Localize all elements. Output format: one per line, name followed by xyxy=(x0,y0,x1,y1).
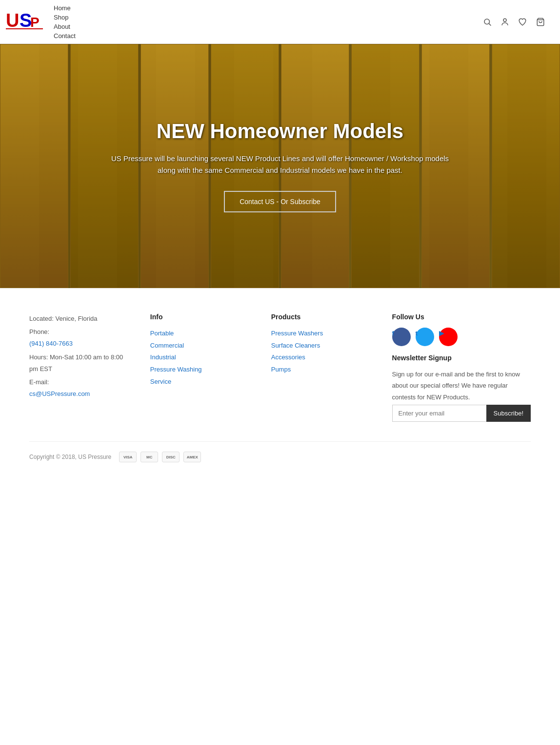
nav-link-about[interactable]: About xyxy=(54,23,76,30)
footer-newsletter-text: Sign up for our e-mail and be the first … xyxy=(392,369,531,403)
social-icons-group: f t ▶ xyxy=(392,328,531,346)
svg-point-4 xyxy=(484,19,490,24)
footer-link-commercial[interactable]: Commercial xyxy=(150,340,252,352)
account-icon[interactable] xyxy=(500,18,509,26)
footer-info-heading: Info xyxy=(150,313,252,321)
footer-link-service[interactable]: Service xyxy=(150,376,252,388)
newsletter-form: Subscribe! xyxy=(392,405,531,422)
hero-cta-button[interactable]: Contact US - Or Subscribe xyxy=(224,191,336,212)
nav-links: Home Shop About Contact xyxy=(54,4,76,40)
footer-link-pumps[interactable]: Pumps xyxy=(271,364,373,376)
footer-link-pressure-washers[interactable]: Pressure Washers xyxy=(271,328,373,340)
nav-icon-group xyxy=(483,18,545,26)
search-icon[interactable] xyxy=(483,18,492,26)
footer-products-heading: Products xyxy=(271,313,373,321)
wishlist-icon[interactable] xyxy=(518,18,527,26)
payment-amex: AMEX xyxy=(183,452,201,462)
youtube-icon[interactable]: ▶ xyxy=(439,328,458,346)
footer-contact-section: Located: Venice, Florida Phone: (941) 84… xyxy=(29,313,131,422)
footer-hours: Hours: Mon-Sat 10:00 am to 8:00 pm EST xyxy=(29,352,131,374)
footer-phone-link[interactable]: (941) 840-7663 xyxy=(29,338,131,350)
footer-bottom: Copyright © 2018, US Pressure VISA MC DI… xyxy=(29,441,531,462)
svg-point-6 xyxy=(503,19,506,21)
footer-follow-heading: Follow Us xyxy=(392,313,531,321)
footer-newsletter-section: Follow Us f t ▶ Newsletter Signup Sign u… xyxy=(392,313,531,422)
svg-text:U: U xyxy=(6,10,19,31)
logo[interactable]: U S P xyxy=(5,7,44,37)
payment-icons-group: VISA MC DISC AMEX xyxy=(119,452,201,462)
newsletter-subscribe-button[interactable]: Subscribe! xyxy=(486,405,531,422)
payment-visa: VISA xyxy=(119,452,137,462)
payment-disc: DISC xyxy=(162,452,180,462)
footer-phone-line: Phone: (941) 840-7663 xyxy=(29,326,131,350)
twitter-icon[interactable]: t xyxy=(416,328,434,346)
footer-copyright: Copyright © 2018, US Pressure xyxy=(29,454,111,460)
facebook-icon[interactable]: f xyxy=(392,328,411,346)
nav-link-contact[interactable]: Contact xyxy=(54,32,76,40)
payment-mc: MC xyxy=(140,452,158,462)
hero-content: NEW Homeowner Models US Pressure will be… xyxy=(85,120,475,212)
nav-link-home[interactable]: Home xyxy=(54,4,76,12)
hero-title: NEW Homeowner Models xyxy=(104,120,456,143)
footer-link-pressure-washing[interactable]: Pressure Washing xyxy=(150,364,252,376)
footer-link-industrial[interactable]: Industrial xyxy=(150,352,252,364)
footer-link-accessories[interactable]: Accessories xyxy=(271,352,373,364)
footer: Located: Venice, Florida Phone: (941) 84… xyxy=(0,288,560,477)
hero-section: NEW Homeowner Models US Pressure will be… xyxy=(0,44,560,288)
svg-text:P: P xyxy=(30,15,40,30)
footer-info-section: Info Portable Commercial Industrial Pres… xyxy=(150,313,252,422)
footer-newsletter-heading: Newsletter Signup xyxy=(392,354,531,362)
footer-email-link[interactable]: cs@USPressure.com xyxy=(29,388,131,400)
newsletter-email-input[interactable] xyxy=(392,405,486,422)
hero-subtitle: US Pressure will be launching several NE… xyxy=(104,153,456,176)
nav-link-shop[interactable]: Shop xyxy=(54,14,76,21)
footer-link-portable[interactable]: Portable xyxy=(150,328,252,340)
svg-line-5 xyxy=(489,23,491,25)
cart-icon[interactable] xyxy=(536,18,545,26)
navbar: U S P Home Shop About Contact xyxy=(0,0,560,44)
footer-email-line: E-mail: cs@USPressure.com xyxy=(29,376,131,400)
footer-location: Located: Venice, Florida xyxy=(29,313,131,324)
footer-grid: Located: Venice, Florida Phone: (941) 84… xyxy=(29,313,531,422)
footer-products-section: Products Pressure Washers Surface Cleane… xyxy=(271,313,373,422)
footer-link-surface-cleaners[interactable]: Surface Cleaners xyxy=(271,340,373,352)
